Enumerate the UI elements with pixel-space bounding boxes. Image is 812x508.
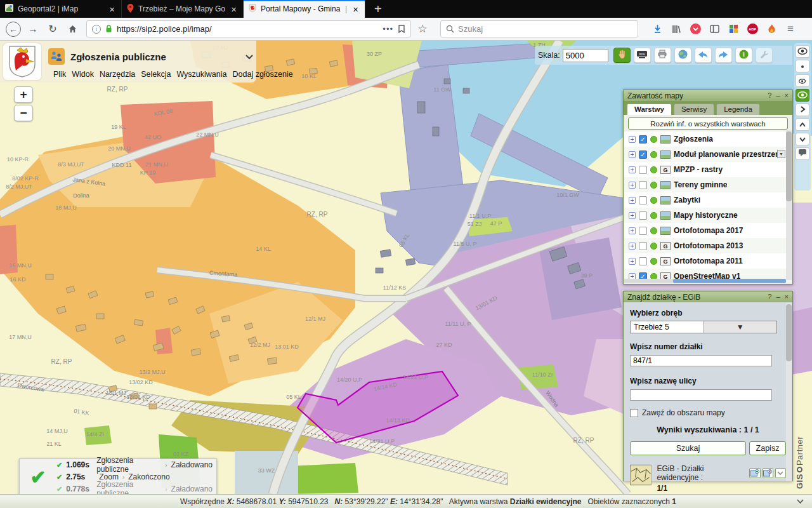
browser-tab[interactable]: Geoportal2 | iMap×: [0, 0, 122, 18]
tms-button[interactable]: tms: [634, 48, 651, 63]
expand-plus-icon[interactable]: +: [629, 182, 636, 189]
tab-serwisy[interactable]: Serwisy: [674, 104, 714, 115]
zoom-to-result-icon[interactable]: [749, 468, 760, 478]
tab-close-icon[interactable]: ×: [351, 4, 360, 15]
eye-dot-button[interactable]: [796, 60, 809, 72]
browser-tab[interactable]: Portal Mapowy - Gmina Police|×: [244, 0, 365, 18]
layer-row[interactable]: +GOrtofotomapa 2011: [624, 253, 792, 269]
layer-checkbox[interactable]: [639, 166, 647, 174]
expand-plus-icon[interactable]: +: [629, 212, 636, 219]
expand-plus-icon[interactable]: +: [629, 136, 636, 143]
layer-row[interactable]: +✓Moduł planowanie przestrzenne▼: [624, 147, 792, 162]
result-row[interactable]: EGiB - Działki ewidencyjne : 1/1: [630, 464, 786, 493]
tab-warstwy[interactable]: Warstwy: [627, 104, 672, 115]
layer-checkbox[interactable]: [639, 211, 647, 220]
next-view-button[interactable]: [715, 48, 732, 63]
prev-view-button[interactable]: [695, 48, 712, 63]
panel-minimize-button[interactable]: –: [776, 92, 780, 99]
layer-row[interactable]: +✓Zgłoszenia: [624, 131, 792, 147]
scale-input[interactable]: [563, 49, 608, 62]
back-icon[interactable]: ←: [5, 21, 22, 37]
menu-item[interactable]: Narzędzia: [100, 70, 135, 79]
layer-checkbox[interactable]: [639, 257, 647, 265]
eye-small-button[interactable]: [796, 74, 809, 87]
limit-to-map-checkbox[interactable]: [630, 409, 638, 417]
layers-horizontal-scrollbar[interactable]: [624, 279, 786, 283]
save-button[interactable]: Zapisz: [749, 441, 786, 455]
panel-minimize-button[interactable]: –: [776, 293, 780, 300]
tab-legenda[interactable]: Legenda: [716, 104, 760, 115]
panel-close-button[interactable]: ×: [785, 92, 789, 99]
browser-search-bar[interactable]: Szukaj: [440, 20, 638, 37]
adblock-icon[interactable]: ABP: [744, 21, 761, 37]
zoom-in-button[interactable]: +: [14, 86, 33, 103]
download-icon[interactable]: [649, 21, 665, 37]
module-chevron-down-icon[interactable]: [245, 54, 254, 60]
star-icon[interactable]: ☆: [414, 21, 431, 37]
tab-close-icon[interactable]: ×: [230, 4, 238, 15]
expand-plus-icon[interactable]: +: [629, 243, 636, 250]
street-name-input[interactable]: [630, 389, 772, 401]
expand-plus-icon[interactable]: +: [629, 227, 636, 234]
district-select[interactable]: Trzebież 5 ▼: [630, 321, 777, 333]
parcel-number-input[interactable]: [630, 355, 772, 366]
expand-plus-icon[interactable]: +: [629, 166, 636, 173]
layer-checkbox[interactable]: [639, 242, 647, 250]
panel-close-button[interactable]: ×: [785, 293, 789, 300]
eye-active-button[interactable]: [796, 89, 809, 102]
url-text[interactable]: https://sip2.police.pl/imap/: [117, 24, 378, 34]
menu-icon[interactable]: ≡: [782, 21, 799, 37]
result-chevron-down-icon[interactable]: [775, 468, 786, 478]
bookmark-flag-icon[interactable]: [398, 25, 405, 33]
expand-all-layers-button[interactable]: Rozwiń inf. o wszystkich warstwach: [628, 117, 788, 130]
globe-button[interactable]: [674, 48, 691, 63]
expand-plus-icon[interactable]: +: [629, 197, 636, 204]
layer-dropdown-icon[interactable]: ▼: [777, 150, 785, 158]
panel-help-button[interactable]: ?: [768, 293, 771, 300]
home-icon[interactable]: [64, 21, 81, 37]
menu-item[interactable]: Dodaj zgłoszenie: [233, 70, 293, 79]
layer-checkbox[interactable]: [639, 196, 647, 204]
chevron-right-button[interactable]: [796, 104, 809, 116]
expand-plus-icon[interactable]: +: [629, 151, 636, 158]
clear-result-icon[interactable]: [763, 468, 773, 478]
layers-vertical-scrollbar[interactable]: [786, 130, 792, 280]
layer-checkbox[interactable]: [639, 181, 647, 189]
url-bar[interactable]: i https://sip2.police.pl/imap/ •••: [86, 20, 411, 37]
menu-item[interactable]: Plik: [53, 70, 66, 79]
chevron-up-button[interactable]: [796, 118, 809, 131]
flame-icon[interactable]: [763, 21, 780, 37]
statusbar-chevron-down-icon[interactable]: [796, 497, 804, 506]
layer-row[interactable]: +GMPZP - rastry: [624, 162, 792, 177]
pocket-icon[interactable]: [687, 21, 704, 37]
layer-row[interactable]: +Tereny gminne: [624, 177, 792, 192]
page-info-icon[interactable]: i: [92, 25, 101, 34]
layer-checkbox[interactable]: ✓: [639, 150, 647, 159]
layer-checkbox[interactable]: ✓: [639, 135, 647, 144]
select-dropdown-icon[interactable]: ▼: [704, 321, 777, 333]
layer-row[interactable]: +GOrtofotomapa 2013: [624, 238, 792, 253]
page-actions-icon[interactable]: •••: [383, 24, 393, 34]
print-button[interactable]: [654, 48, 671, 63]
reload-icon[interactable]: ↻: [44, 21, 61, 37]
layer-row[interactable]: +Mapy historyczne: [624, 208, 792, 223]
search-panel-scrollbar[interactable]: [786, 303, 792, 481]
comment-button[interactable]: [796, 147, 809, 160]
panel-help-button[interactable]: ?: [768, 92, 771, 99]
menu-item[interactable]: Wyszukiwania: [176, 70, 226, 79]
zoom-out-button[interactable]: −: [14, 105, 33, 121]
new-tab-button[interactable]: +: [365, 0, 391, 18]
sidebar-icon[interactable]: [706, 21, 723, 37]
expand-plus-icon[interactable]: +: [629, 258, 636, 265]
info-circle-button[interactable]: i: [735, 48, 752, 63]
menu-item[interactable]: Widok: [72, 70, 94, 79]
chevron-down-button[interactable]: [796, 133, 809, 145]
hand-tool-button[interactable]: [613, 48, 631, 63]
layer-row[interactable]: +Ortofotomapa 2017: [624, 223, 792, 238]
forward-icon[interactable]: →: [25, 21, 41, 37]
extension-grid-icon[interactable]: [725, 21, 742, 37]
layer-row[interactable]: +Zabytki: [624, 192, 792, 208]
browser-tab[interactable]: Trzebież – Moje Mapy Google×: [122, 0, 244, 18]
layer-checkbox[interactable]: [639, 227, 647, 235]
search-button[interactable]: Szukaj: [630, 441, 746, 455]
